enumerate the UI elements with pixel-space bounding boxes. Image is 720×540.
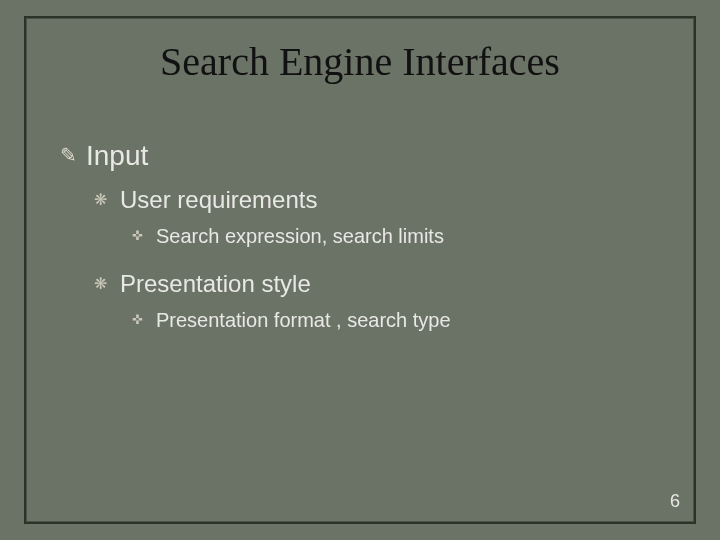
list-item: ❋ Presentation style <box>94 270 680 298</box>
list-item: ✜ Presentation format , search type <box>132 308 680 332</box>
list-item-label: User requirements <box>120 186 317 214</box>
list-item: ✎ Input <box>60 140 680 172</box>
list-item-label: Input <box>86 140 148 172</box>
slide-body: ✎ Input ❋ User requirements ✜ Search exp… <box>60 140 680 354</box>
list-item-label: Search expression, search limits <box>156 224 444 248</box>
pencil-icon: ✎ <box>60 140 86 170</box>
page-number: 6 <box>670 491 680 512</box>
slide-title: Search Engine Interfaces <box>0 38 720 85</box>
asterisk-icon: ❋ <box>94 186 120 214</box>
list-item: ✜ Search expression, search limits <box>132 224 680 248</box>
cross-icon: ✜ <box>132 224 156 248</box>
asterisk-icon: ❋ <box>94 270 120 298</box>
list-item-label: Presentation style <box>120 270 311 298</box>
list-item-label: Presentation format , search type <box>156 308 451 332</box>
cross-icon: ✜ <box>132 308 156 332</box>
list-item: ❋ User requirements <box>94 186 680 214</box>
